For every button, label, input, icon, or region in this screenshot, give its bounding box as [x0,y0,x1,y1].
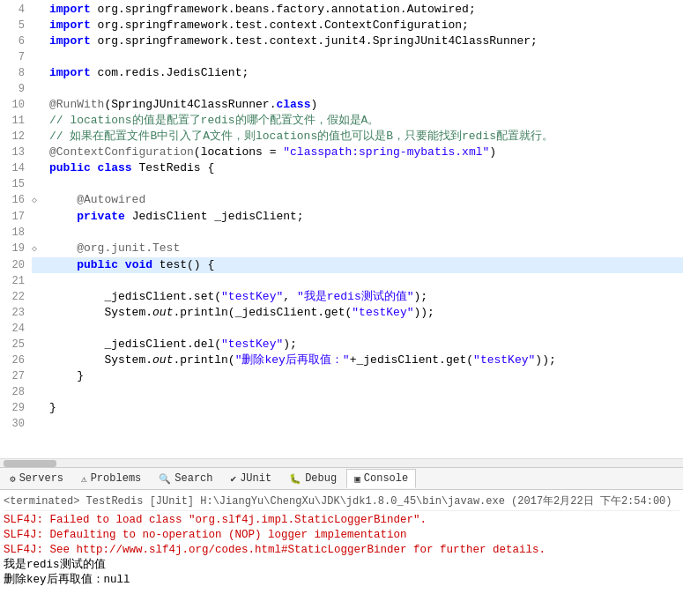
code-line: 8import com.redis.JedisClient; [0,65,683,81]
problems-tab-icon: ⚠ [81,473,87,485]
code-token: ); [413,290,427,303]
code-line: 14public class TestRedis { [0,160,683,176]
code-token: void [125,258,160,271]
code-line: 27 } [0,368,683,384]
code-token: JedisClient _jedisClient; [132,210,304,223]
code-token: "testKey" [352,306,413,319]
code-line: 30 [0,416,683,432]
code-line: 20 public void test() { [0,257,683,273]
code-line: 23 System.out.println(_jedisClient.get("… [0,305,683,321]
code-token: ) [310,98,317,111]
code-token: +_jedisClient.get( [350,353,473,367]
line-content: @ContextConfiguration(locations = "class… [46,145,683,160]
line-number: 10 [0,97,32,113]
code-token: .println( [173,353,234,367]
line-number: 16 [0,192,32,208]
code-token [49,210,77,223]
code-token: @Autowired [49,193,145,206]
code-line: 11// locations的值是配置了redis的哪个配置文件，假如是A。 [0,113,683,129]
line-number: 21 [0,273,32,289]
code-token: TestRedis { [138,161,214,174]
code-token: public [77,258,125,271]
line-number: 7 [0,49,32,65]
console-line: SLF4J: Failed to load class "org.slf4j.i… [4,513,679,528]
line-number: 18 [0,225,32,241]
code-token: public [49,161,98,174]
servers-tab-label: Servers [19,472,63,485]
code-token: import [49,66,98,79]
line-number: 27 [0,368,32,384]
code-line: 26 System.out.println("删除key后再取值："+_jedi… [0,353,683,368]
line-content: import org.springframework.test.context.… [46,33,683,49]
console-line: 删除key后再取值：null [4,573,679,588]
console-tab-label: Console [364,472,408,485]
line-content: private JedisClient _jedisClient; [46,209,683,225]
code-token: (SpringJUnit4ClassRunner. [104,98,276,111]
line-number: 25 [0,337,32,353]
console-lines: SLF4J: Failed to load class "org.slf4j.i… [4,513,679,588]
console-line: 我是redis测试的值 [4,558,679,573]
code-token: // 如果在配置文件B中引入了A文件，则locations的值也可以是B，只要能… [49,130,553,143]
h-scrollbar-thumb[interactable] [4,460,56,467]
line-number: 30 [0,416,32,432]
collapse-icon[interactable]: ◇ [32,196,37,205]
line-content: import org.springframework.beans.factory… [46,2,683,18]
line-number: 8 [0,65,32,81]
line-number: 17 [0,209,32,225]
line-number: 26 [0,353,32,368]
console-header: <terminated> TestRedis [JUnit] H:\JiangY… [4,492,679,511]
code-token: "删除key后再取值：" [235,353,350,367]
code-token: import [49,34,98,48]
tab-junit[interactable]: ✔JUnit [223,469,280,488]
code-token: out [152,306,173,319]
tab-bar: ⚙Servers⚠Problems🔍Search✔JUnit🐛Debug▣Con… [0,467,683,490]
tab-console[interactable]: ▣Console [346,469,416,488]
line-content: @RunWith(SpringJUnit4ClassRunner.class) [46,97,683,113]
code-token: @ContextConfiguration [49,145,194,159]
line-content: } [46,368,683,384]
code-token: "我是redis测试的值" [297,290,414,303]
tab-servers[interactable]: ⚙Servers [2,469,71,488]
line-content: } [46,400,683,416]
tab-search[interactable]: 🔍Search [151,469,220,488]
collapse-icon[interactable]: ◇ [32,244,37,254]
code-line: 4import org.springframework.beans.factor… [0,2,683,18]
code-line: 9 [0,81,683,97]
line-number: 22 [0,289,32,305]
search-tab-label: Search [174,472,212,485]
h-scrollbar[interactable] [0,458,683,467]
tab-debug[interactable]: 🐛Debug [281,469,345,488]
code-line: 18 [0,225,683,241]
line-number: 14 [0,160,32,176]
tab-problems[interactable]: ⚠Problems [73,469,149,488]
line-content: @Autowired [46,192,683,208]
line-content: public class TestRedis { [46,160,683,176]
code-token: com.redis.JedisClient; [98,66,249,79]
code-token: (locations = [194,145,283,159]
junit-tab-label: JUnit [240,472,271,485]
console-line: SLF4J: Defaulting to no-operation (NOP) … [4,528,679,543]
breakpoint-area: ◇ [32,241,46,257]
line-number: 20 [0,257,32,273]
code-token: @org.junit.Test [49,241,180,255]
code-token: ); [283,338,297,351]
code-token: org.springframework.test.context.Context… [98,19,469,32]
problems-tab-label: Problems [91,472,142,485]
line-number: 13 [0,145,32,160]
line-content: import org.springframework.test.context.… [46,18,683,33]
line-content: System.out.println(_jedisClient.get("tes… [46,305,683,321]
code-token: .println(_jedisClient.get( [173,306,352,319]
line-content: @org.junit.Test [46,241,683,256]
line-number: 5 [0,18,32,33]
code-line: 13@ContextConfiguration(locations = "cla… [0,145,683,160]
line-content: _jedisClient.set("testKey", "我是redis测试的值… [46,289,683,305]
code-line: 29} [0,400,683,416]
line-content: public void test() { [46,257,683,273]
code-token: out [152,353,173,367]
code-line: 21 [0,273,683,289]
code-token: "testKey" [221,338,283,351]
line-number: 6 [0,33,32,49]
console-area: <terminated> TestRedis [JUnit] H:\JiangY… [0,490,683,616]
line-number: 23 [0,305,32,321]
code-token: @RunWith [49,98,104,111]
